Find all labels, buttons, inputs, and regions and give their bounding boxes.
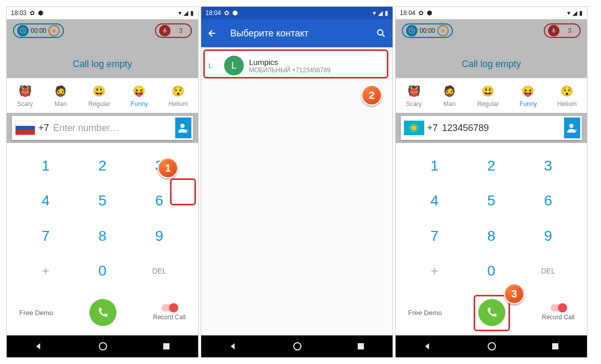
- nav-recent-icon[interactable]: [162, 342, 171, 350]
- key-0[interactable]: 0: [74, 254, 130, 289]
- key-1[interactable]: 1: [406, 148, 463, 184]
- key-5[interactable]: 5: [463, 184, 519, 219]
- key-1[interactable]: 1: [17, 148, 74, 184]
- voice-helium[interactable]: 😯Helium: [557, 84, 577, 108]
- timer-pill[interactable]: 00:00 +: [13, 23, 64, 38]
- record-call-toggle[interactable]: Record Call: [153, 304, 186, 321]
- voice-scary[interactable]: 👹Scary: [17, 84, 33, 108]
- record-count: 3: [174, 27, 188, 34]
- search-icon[interactable]: [376, 28, 386, 38]
- nav-back-icon[interactable]: [423, 342, 433, 351]
- pick-contact-button[interactable]: [564, 118, 580, 138]
- annotation-badge-3: 3: [504, 283, 525, 304]
- add-time-icon[interactable]: +: [48, 25, 60, 36]
- svg-point-13: [488, 343, 495, 350]
- voice-funny[interactable]: 😝Funny: [130, 84, 148, 108]
- key-9[interactable]: 9: [131, 218, 188, 254]
- scary-icon: 👹: [18, 84, 32, 98]
- contact-item-lumpics[interactable]: L L Lumpics МОБИЛЬНЫЙ +7123456789: [205, 51, 388, 80]
- shield-icon: ⬢: [38, 9, 43, 17]
- record-call-toggle[interactable]: Record Call: [542, 304, 574, 321]
- call-button[interactable]: [89, 299, 116, 326]
- key-8[interactable]: 8: [74, 218, 130, 254]
- country-prefix: +7: [38, 123, 49, 134]
- timer-value: 00:00: [420, 27, 435, 34]
- signal-icon: ◢: [572, 9, 577, 17]
- country-flag[interactable]: [404, 121, 424, 135]
- voice-funny[interactable]: 😝Funny: [519, 84, 537, 108]
- svg-point-2: [180, 124, 185, 128]
- phone-number-input[interactable]: [442, 123, 563, 134]
- nav-home-icon[interactable]: [488, 342, 496, 350]
- gear-icon: ✿: [30, 9, 35, 17]
- key-5[interactable]: 5: [74, 184, 130, 219]
- status-bar: 18:04 ✿ ⬢ ▾ ◢ ▮: [201, 7, 393, 19]
- contact-icon: [566, 122, 579, 134]
- wifi-icon: ▾: [567, 9, 570, 17]
- free-demo-button[interactable]: Free Demo: [19, 309, 53, 317]
- status-time: 18:04: [400, 9, 415, 17]
- contact-icon: [177, 122, 190, 134]
- nav-home-icon[interactable]: [99, 342, 107, 350]
- back-arrow-icon[interactable]: [207, 28, 218, 38]
- country-flag[interactable]: [15, 121, 35, 135]
- nav-recent-icon[interactable]: [357, 342, 365, 350]
- nav-recent-icon[interactable]: [551, 342, 559, 350]
- phone-screen-3: 18:04 ✿ ⬢ ▾ ◢ ▮ 00:00 + 3 Call log empty…: [395, 6, 587, 358]
- key-del[interactable]: DEL: [520, 254, 577, 289]
- phone-number-input[interactable]: [53, 123, 174, 134]
- annotation-badge-1: 1: [158, 158, 178, 178]
- battery-icon: ▮: [385, 9, 388, 17]
- call-button[interactable]: [478, 299, 505, 326]
- contact-name: Lumpics: [249, 58, 331, 67]
- key-del[interactable]: DEL: [131, 254, 188, 289]
- signal-icon: ◢: [184, 9, 188, 17]
- app-bar: Выберите контакт: [201, 19, 393, 47]
- switch-icon: [551, 304, 566, 311]
- contact-subtitle: МОБИЛЬНЫЙ +7123456789: [249, 67, 331, 74]
- scary-icon: 👹: [407, 84, 421, 98]
- voice-scary[interactable]: 👹Scary: [406, 84, 422, 108]
- record-pill[interactable]: 3: [544, 23, 581, 38]
- key-2[interactable]: 2: [463, 148, 519, 184]
- voice-regular[interactable]: 😃Regular: [88, 84, 110, 108]
- key-8[interactable]: 8: [463, 218, 519, 254]
- svg-point-11: [569, 124, 573, 128]
- key-plus[interactable]: +: [17, 254, 74, 289]
- key-3[interactable]: 3: [520, 148, 577, 184]
- regular-icon: 😃: [481, 84, 495, 98]
- svg-point-7: [294, 343, 301, 350]
- nav-back-icon[interactable]: [229, 342, 238, 351]
- section-letter: L: [208, 62, 219, 70]
- add-time-icon[interactable]: +: [437, 25, 449, 36]
- record-pill[interactable]: 3: [155, 23, 192, 38]
- timer-pill[interactable]: 00:00 +: [402, 23, 453, 38]
- key-7[interactable]: 7: [17, 218, 74, 254]
- helium-icon: 😯: [560, 84, 574, 98]
- nav-back-icon[interactable]: [34, 342, 44, 351]
- key-6[interactable]: 6: [131, 184, 188, 219]
- gear-icon: ✿: [224, 9, 229, 17]
- key-4[interactable]: 4: [17, 184, 74, 219]
- appbar-title: Выберите контакт: [230, 28, 363, 39]
- pick-contact-button[interactable]: [175, 118, 191, 138]
- key-9[interactable]: 9: [520, 218, 577, 254]
- nav-home-icon[interactable]: [293, 342, 302, 350]
- voice-helium[interactable]: 😯Helium: [168, 84, 188, 108]
- key-2[interactable]: 2: [74, 148, 130, 184]
- svg-point-4: [99, 343, 107, 350]
- svg-point-6: [377, 30, 383, 35]
- key-4[interactable]: 4: [406, 184, 463, 219]
- signal-icon: ◢: [378, 9, 383, 17]
- free-demo-button[interactable]: Free Demo: [408, 309, 442, 317]
- voice-regular[interactable]: 😃Regular: [477, 84, 499, 108]
- key-6[interactable]: 6: [520, 184, 577, 219]
- voice-man[interactable]: 🧔Man: [442, 84, 457, 108]
- man-icon: 🧔: [442, 84, 457, 98]
- voice-man[interactable]: 🧔Man: [54, 84, 68, 108]
- status-bar: 18:04 ✿ ⬢ ▾ ◢ ▮: [396, 7, 587, 19]
- shield-icon: ⬢: [427, 9, 432, 17]
- switch-icon: [162, 304, 177, 311]
- key-7[interactable]: 7: [406, 218, 463, 254]
- key-plus[interactable]: +: [406, 254, 463, 289]
